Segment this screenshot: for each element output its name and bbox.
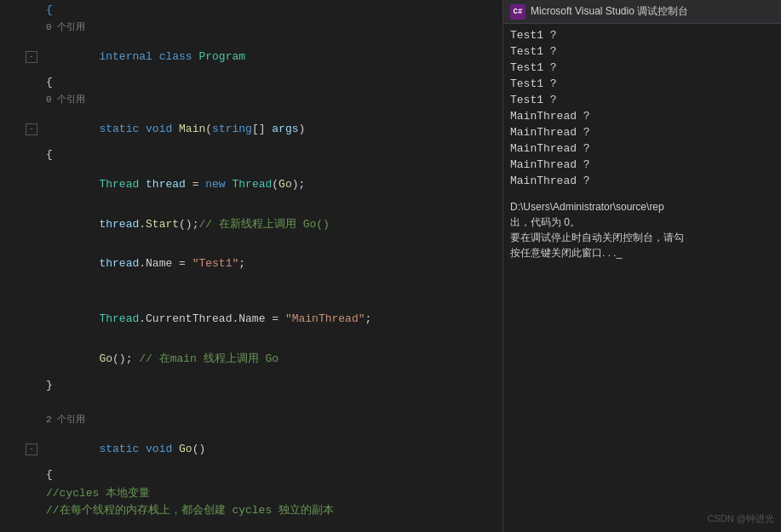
ref-label-0: 0 个引用 [46,22,85,32]
comment-cycles-2: //在每个线程的内存栈上，都会创建 cycles 独立的副本 [46,504,334,517]
method-go-2: Go [99,352,112,365]
type-thread-1: Thread [99,178,139,191]
line-body-15 [43,396,502,413]
output-text-7: MainThread ? [510,126,590,139]
kw-void-2: void [146,443,179,455]
line-body-19: //cycles 本地变量 [43,485,502,502]
bracket-str: [] [252,123,272,135]
console-footer-2: 出，代码为 0。 [510,215,774,230]
open-brace-main: { [46,148,53,161]
line-body-10: thread.Name = "Test1"; [43,244,502,283]
kw-static-2: static [99,443,146,455]
output-line-1: Test1 ? [510,29,774,45]
code-line-17: - static void Go() [0,430,502,468]
collapse-icon-main[interactable]: - [26,123,37,135]
line-body-6: static void Main(string[] args) [43,110,502,148]
line-body-14: } [43,379,502,396]
code-line-1: { [0,3,502,20]
code-line-8: Thread thread = new Thread(Go); [0,165,502,203]
comment-mainthread: // 在main 线程上调用 Go [139,352,279,365]
gutter-9 [0,203,43,244]
gutter-11 [0,283,43,300]
output-text-1: Test1 ? [510,29,557,42]
semi-1: ; [238,257,245,270]
output-line-5: Test1 ? [510,94,774,110]
code-line-12: Thread.CurrentThread.Name = "MainThread"… [0,300,502,338]
ref-label-2: 2 个引用 [46,415,85,425]
paren-go2: (); [112,352,139,365]
open-brace-class: { [46,76,53,89]
line-body-9: thread.Start();// 在新线程上调用 Go() [43,203,502,244]
gutter-12 [0,300,43,338]
line-body-1: { [43,3,502,20]
gutter-19 [0,485,43,502]
debug-console: C# Microsoft Visual Studio 调试控制台 Test1 ?… [502,0,781,532]
gutter-18 [0,468,43,485]
line-body-20: //在每个线程的内存栈上，都会创建 cycles 独立的副本 [43,502,502,519]
output-text-8: MainThread ? [510,142,590,155]
console-title: Microsoft Visual Studio 调试控制台 [531,4,688,19]
code-line-16: 2 个引用 [0,413,502,430]
code-line-15 [0,396,502,413]
code-line-3: - internal class Program [0,37,502,76]
open-brace-go: { [46,468,53,481]
line-body-18: { [43,468,502,485]
gutter-20 [0,502,43,519]
code-line-7: { [0,148,502,165]
var-thread: thread [146,178,186,191]
line-body-2: 0 个引用 [43,20,502,37]
method-start: Start [146,218,179,231]
gutter-16 [0,413,43,430]
line-body-11 [43,283,502,300]
console-footer-3: 要在调试停止时自动关闭控制台，请勾 [510,230,774,245]
gutter-15 [0,396,43,413]
paren-go-def: () [192,443,206,455]
paren-go-close: ); [292,178,306,191]
ref-label-1: 0 个引用 [46,94,85,105]
str-mainthread: "MainThread" [285,312,365,325]
space-1 [139,178,146,191]
var-thread-3: thread [99,257,139,270]
vs-icon: C# [510,4,525,20]
code-line-11 [0,283,502,300]
brace: { [46,3,53,16]
gutter-10 [0,244,43,283]
kw-internal: internal [99,50,158,63]
str-test1: "Test1" [192,257,239,270]
method-main: Main [179,123,205,135]
assign-1: = [186,178,205,191]
dot-ct: .CurrentThread.Name = [139,312,285,325]
comment-newthread: // 在新线程上调用 Go() [198,218,329,231]
line-body-8: Thread thread = new Thread(Go); [43,165,502,203]
code-line-5: 0 个引用 [0,93,502,110]
output-line-2: Test1 ? [510,45,774,61]
gutter-1 [0,3,43,20]
code-line-2: 0 个引用 [0,20,502,37]
watermark-text: CSDN @钟进光 [708,512,774,525]
line-body-3: internal class Program [43,37,502,76]
kw-void-1: void [146,123,179,135]
console-body: Test1 ? Test1 ? Test1 ? Test1 ? Test1 ? … [503,24,781,532]
gutter-6: - [0,110,43,148]
code-line-18: { [0,468,502,485]
output-text-9: MainThread ? [510,158,590,171]
code-line-13: Go(); // 在main 线程上调用 Go [0,338,502,379]
output-line-6: MainThread ? [510,110,774,126]
code-line-10: thread.Name = "Test1"; [0,244,502,283]
method-go-1: Go [279,178,292,191]
output-text-2: Test1 ? [510,45,557,58]
output-text-10: MainThread ? [510,174,590,187]
gutter-3: - [0,37,43,76]
gutter-8 [0,165,43,203]
semi-2: ; [365,312,372,325]
collapse-icon-class[interactable]: - [26,51,37,63]
paren-go: ( [272,178,279,191]
kw-string: string [212,123,252,135]
line-body-5: 0 个引用 [43,93,502,110]
output-line-10: MainThread ? [510,174,774,191]
gutter-21: - [0,519,43,532]
gutter-2 [0,20,43,37]
dot-name-1: .Name = [139,257,192,270]
console-header: C# Microsoft Visual Studio 调试控制台 [503,0,781,24]
collapse-icon-go[interactable]: - [26,443,37,455]
